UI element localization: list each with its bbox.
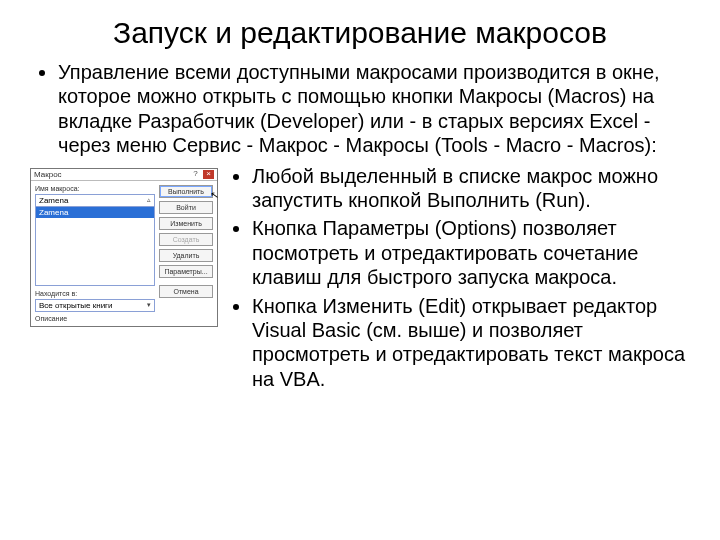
desc-label: Описание <box>35 315 155 322</box>
slide-title: Запуск и редактирование макросов <box>30 16 690 50</box>
chevron-down-icon: ▾ <box>147 301 151 309</box>
name-value: Zamena <box>39 196 68 205</box>
close-icon[interactable]: × <box>203 170 214 179</box>
cancel-button[interactable]: Отмена <box>159 285 213 298</box>
delete-button[interactable]: Удалить <box>159 249 213 262</box>
inner-bullet-3: Кнопка Изменить (Edit) открывает редакто… <box>252 294 690 392</box>
name-label: Имя макроса: <box>35 185 155 192</box>
in-field[interactable]: Все открытые книги ▾ <box>35 299 155 312</box>
dropdown-icon: ▵ <box>147 196 151 204</box>
help-icon[interactable]: ? <box>190 170 201 179</box>
dialog-titlebar: Макрос ? × <box>31 169 217 181</box>
step-button[interactable]: Войти <box>159 201 213 214</box>
intro-bullet: Управление всеми доступными макросами пр… <box>58 60 690 158</box>
inner-list: Любой выделенный в списке макрос можно з… <box>228 164 690 396</box>
inner-bullet-1: Любой выделенный в списке макрос можно з… <box>252 164 690 213</box>
list-item[interactable]: Zamena <box>36 207 154 218</box>
create-button[interactable]: Создать <box>159 233 213 246</box>
dialog-screenshot: Макрос ? × Имя макроса: Zamena ▵ <box>30 168 218 327</box>
cursor-icon: ↖ <box>209 188 219 200</box>
run-button[interactable]: Выполнить ↖ <box>159 185 213 198</box>
macro-list[interactable]: Zamena <box>35 207 155 286</box>
name-field[interactable]: Zamena ▵ <box>35 194 155 207</box>
dialog-title-text: Макрос <box>34 170 62 179</box>
options-button[interactable]: Параметры... <box>159 265 213 278</box>
in-value: Все открытые книги <box>39 301 113 310</box>
edit-button[interactable]: Изменить <box>159 217 213 230</box>
outer-list: Управление всеми доступными макросами пр… <box>30 60 690 158</box>
inner-bullet-2: Кнопка Параметры (Options) позволяет пос… <box>252 216 690 289</box>
in-label: Находится в: <box>35 290 155 297</box>
